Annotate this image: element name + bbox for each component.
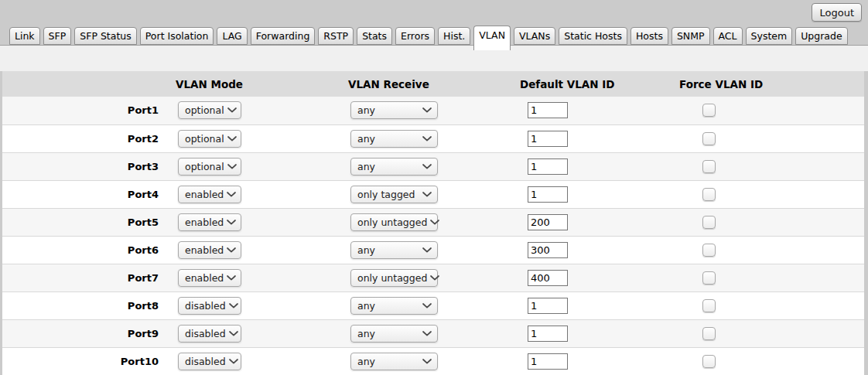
tab-sfp-status[interactable]: SFP Status	[74, 27, 136, 45]
column-header-force-vlan-id: Force VLAN ID	[672, 71, 864, 97]
force-vlan-id-checkbox[interactable]	[702, 188, 716, 201]
force-vlan-id-checkbox[interactable]	[702, 327, 716, 340]
default-vlan-id-input[interactable]	[528, 270, 568, 286]
force-vlan-id-checkbox[interactable]	[702, 299, 716, 312]
tab-rstp[interactable]: RSTP	[318, 27, 354, 45]
chevron-down-icon	[422, 359, 432, 364]
port-label: Port7	[2, 264, 162, 291]
content-panel-top-strip	[0, 46, 868, 71]
chevron-down-icon	[229, 331, 238, 336]
vlan-receive-select[interactable]: any	[350, 158, 438, 176]
vlan-receive-value: any	[357, 300, 375, 312]
row-port9: Port9 disabled any	[2, 319, 864, 347]
column-header-vlan-mode: VLAN Mode	[162, 71, 335, 97]
default-vlan-id-input[interactable]	[528, 326, 568, 342]
default-vlan-id-input[interactable]	[528, 214, 568, 230]
tab-stats[interactable]: Stats	[357, 27, 392, 45]
vlan-receive-select[interactable]: only untagged	[350, 213, 438, 231]
tab-hist[interactable]: Hist.	[438, 27, 470, 45]
force-vlan-id-checkbox[interactable]	[702, 160, 716, 173]
vlan-receive-select[interactable]: only untagged	[350, 269, 438, 287]
tab-lag[interactable]: LAG	[217, 27, 247, 45]
port-label: Port2	[2, 124, 162, 152]
default-vlan-id-input[interactable]	[528, 298, 568, 314]
default-vlan-id-input[interactable]	[528, 159, 568, 175]
vlan-mode-select[interactable]: optional	[178, 158, 241, 176]
default-vlan-id-input[interactable]	[528, 242, 568, 258]
default-vlan-id-input[interactable]	[528, 102, 568, 118]
tab-vlan[interactable]: VLAN	[473, 26, 511, 50]
vlan-mode-select[interactable]: optional	[178, 130, 241, 148]
chevron-down-icon	[422, 192, 432, 197]
top-header-bar: Logout Link SFP SFP Status Port Isolatio…	[0, 0, 868, 46]
default-vlan-id-input[interactable]	[528, 186, 568, 203]
vlan-receive-select[interactable]: any	[350, 101, 438, 119]
tab-forwarding[interactable]: Forwarding	[251, 27, 316, 45]
force-vlan-id-checkbox[interactable]	[702, 244, 716, 257]
force-vlan-id-checkbox[interactable]	[702, 132, 716, 145]
tab-static-hosts[interactable]: Static Hosts	[559, 27, 627, 45]
chevron-down-icon	[422, 136, 432, 141]
tab-errors[interactable]: Errors	[395, 27, 435, 45]
vlan-receive-value: any	[357, 161, 375, 172]
vlan-receive-select[interactable]: any	[350, 241, 438, 259]
port-label: Port1	[2, 97, 162, 124]
tab-port-isolation[interactable]: Port Isolation	[140, 27, 214, 45]
vlan-receive-select[interactable]: only tagged	[350, 186, 438, 203]
tab-acl[interactable]: ACL	[713, 27, 743, 45]
vlan-receive-select[interactable]: any	[350, 130, 438, 148]
vlan-receive-select[interactable]: any	[350, 325, 438, 343]
chevron-down-icon	[422, 247, 432, 253]
port-label: Port3	[2, 152, 162, 180]
chevron-down-icon	[227, 220, 236, 225]
chevron-down-icon	[422, 107, 432, 113]
port-label: Port5	[2, 208, 162, 236]
force-vlan-id-checkbox[interactable]	[702, 104, 716, 117]
vlan-receive-value: only untagged	[357, 272, 427, 284]
chevron-down-icon	[422, 303, 432, 309]
logout-button[interactable]: Logout	[812, 3, 862, 22]
tab-bar: Link SFP SFP Status Port Isolation LAG F…	[9, 26, 848, 45]
row-port10: Port10 disabled any	[2, 347, 864, 375]
vlan-mode-value: optional	[185, 161, 224, 172]
chevron-down-icon	[227, 136, 237, 141]
row-port7: Port7 enabled only untagged	[2, 264, 864, 291]
vlan-mode-value: optional	[185, 133, 224, 145]
chevron-down-icon	[422, 164, 432, 169]
vlan-mode-value: optional	[185, 104, 224, 116]
chevron-down-icon	[430, 275, 439, 281]
chevron-down-icon	[227, 275, 236, 281]
tab-upgrade[interactable]: Upgrade	[795, 27, 847, 45]
vlan-receive-select[interactable]: any	[350, 353, 438, 370]
vlan-mode-select[interactable]: enabled	[178, 213, 241, 231]
row-port1: Port1 optional any	[2, 97, 864, 124]
tab-sfp[interactable]: SFP	[43, 27, 72, 45]
force-vlan-id-checkbox[interactable]	[702, 271, 716, 285]
row-port6: Port6 enabled any	[2, 236, 864, 264]
vlan-receive-select[interactable]: any	[350, 297, 438, 315]
force-vlan-id-checkbox[interactable]	[702, 355, 716, 368]
force-vlan-id-checkbox[interactable]	[702, 216, 716, 229]
vlan-mode-select[interactable]: enabled	[178, 241, 241, 259]
vlan-receive-value: any	[357, 104, 375, 116]
port-label: Port4	[2, 180, 162, 208]
vlan-mode-select[interactable]: disabled	[178, 325, 241, 343]
column-header-default-vlan-id: Default VLAN ID	[512, 71, 672, 97]
vlan-receive-value: any	[357, 244, 375, 256]
default-vlan-id-input[interactable]	[528, 131, 568, 147]
tab-link[interactable]: Link	[9, 27, 40, 45]
vlan-mode-select[interactable]: disabled	[178, 297, 241, 315]
vlan-mode-select[interactable]: enabled	[178, 269, 241, 287]
vlan-mode-select[interactable]: enabled	[178, 186, 241, 203]
tab-snmp[interactable]: SNMP	[672, 27, 710, 45]
tab-system[interactable]: System	[746, 27, 793, 45]
row-port3: Port3 optional any	[2, 152, 864, 180]
vlan-mode-select[interactable]: optional	[178, 101, 241, 119]
tab-vlans[interactable]: VLANs	[514, 27, 555, 45]
default-vlan-id-input[interactable]	[528, 353, 568, 370]
tab-hosts[interactable]: Hosts	[630, 27, 668, 45]
vlan-receive-value: any	[357, 133, 375, 145]
vlan-receive-value: any	[357, 328, 375, 339]
vlan-mode-value: enabled	[185, 272, 224, 284]
vlan-mode-select[interactable]: disabled	[178, 353, 241, 370]
